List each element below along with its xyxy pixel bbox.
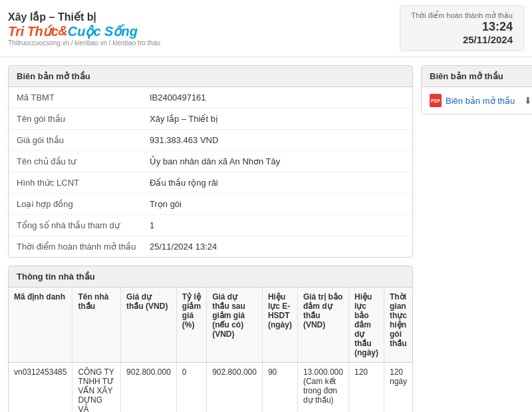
table-col-header: Thời gian thực hiện gói thầu bbox=[384, 288, 412, 363]
info-label: Mã TBMT bbox=[17, 93, 150, 103]
info-value: Trọn gói bbox=[150, 199, 182, 209]
completion-date: 25/11/2024 bbox=[411, 34, 513, 45]
thong-tin-section: Thông tin nhà thầu Mã định danhTên nhà t… bbox=[8, 266, 413, 412]
pdf-icon: PDF bbox=[430, 94, 442, 107]
table-cell: 13.000.000 (Cam kết trong đơn dự thầu) bbox=[297, 363, 348, 413]
right-panel: Biên bản mở thầu PDF Biên bản mở thầu ⬇ bbox=[421, 65, 532, 412]
completion-time-box: Thời điểm hoàn thành mở thầu 13:24 25/11… bbox=[400, 5, 524, 51]
table-cell: CÔNG TY TNHH TƯ VẤN XÂY DỰNG VÀ THƯƠNG M… bbox=[72, 363, 121, 413]
thong-tin-section-header: Thông tin nhà thầu bbox=[9, 266, 412, 288]
info-value: IB2400497161 bbox=[150, 93, 206, 103]
download-item[interactable]: PDF Biên bản mở thầu ⬇ bbox=[430, 94, 532, 107]
info-value: Xây lắp – Thiết bị bbox=[150, 114, 218, 124]
logo-brand: Tri Thức & Cuộc Sống bbox=[8, 23, 160, 39]
download-arrow-icon[interactable]: ⬇ bbox=[524, 95, 532, 106]
page-title: Xây lắp – Thiết bị bbox=[8, 11, 96, 23]
completion-time: 13:24 bbox=[411, 20, 513, 34]
info-row: Tên chủ đầu tư Ủy ban nhân dân xã An Nhơ… bbox=[9, 151, 412, 172]
info-row: Tên gói thầu Xây lắp – Thiết bị bbox=[9, 108, 412, 130]
info-value: 25/11/2024 13:24 bbox=[150, 242, 217, 252]
table-col-header: Tên nhà thầu bbox=[72, 288, 121, 363]
info-value: 931.383.463 VND bbox=[150, 135, 218, 145]
table-col-header: Hiệu lực E-HSDT (ngày) bbox=[262, 288, 297, 363]
completion-label: Thời điểm hoàn thành mở thầu bbox=[411, 11, 513, 20]
info-label: Giá gói thầu bbox=[17, 135, 150, 145]
logo-area: Xây lắp – Thiết bị Tri Thức & Cuộc Sống … bbox=[8, 11, 160, 47]
table-body: vn0312453485CÔNG TY TNHH TƯ VẤN XÂY DỰNG… bbox=[9, 363, 412, 413]
logo-title: Xây lắp – Thiết bị bbox=[8, 11, 160, 23]
left-panel: Biên bản mở thầu Mã TBMT IB2400497161 Tê… bbox=[8, 65, 413, 412]
info-label: Tên gói thầu bbox=[17, 114, 150, 124]
table-cell: 0 bbox=[176, 363, 206, 413]
info-label: Tên chủ đầu tư bbox=[17, 156, 150, 166]
table-row: vn0312453485CÔNG TY TNHH TƯ VẤN XÂY DỰNG… bbox=[9, 363, 412, 413]
info-row: Tổng số nhà thầu tham dự 1 bbox=[9, 215, 412, 236]
table-col-header: Tỷ lệ giảm giá (%) bbox=[176, 288, 206, 363]
download-link[interactable]: Biên bản mở thầu bbox=[446, 96, 520, 106]
table-cell: vn0312453485 bbox=[9, 363, 72, 413]
table-cell: 120 bbox=[348, 363, 384, 413]
info-row: Giá gói thầu 931.383.463 VND bbox=[9, 130, 412, 151]
info-row: Loại hợp đồng Trọn gói bbox=[9, 194, 412, 215]
info-value: 1 bbox=[150, 220, 154, 230]
nha-thau-table: Mã định danhTên nhà thầuGiá dự thầu (VND… bbox=[9, 288, 412, 412]
logo-ampersand: & bbox=[58, 23, 67, 39]
logo-tri-thuc: Tri Thức bbox=[8, 23, 58, 39]
table-col-header: Giá dự thầu (VND) bbox=[121, 288, 177, 363]
right-section-header: Biên bản mở thầu bbox=[422, 66, 532, 87]
main-content: Biên bản mở thầu Mã TBMT IB2400497161 Tê… bbox=[0, 57, 532, 412]
info-value: Đấu thầu rộng rãi bbox=[150, 178, 218, 188]
table-cell: 902.800.000 bbox=[121, 363, 177, 413]
info-row: Hình thức LCNT Đấu thầu rộng rãi bbox=[9, 172, 412, 194]
info-row: Thời điểm hoàn thành mở thầu 25/11/2024 … bbox=[9, 236, 412, 257]
table-cell: 902.800.000 bbox=[207, 363, 263, 413]
thong-tin-table-wrapper: Mã định danhTên nhà thầuGiá dự thầu (VND… bbox=[9, 288, 412, 412]
table-header: Mã định danhTên nhà thầuGiá dự thầu (VND… bbox=[9, 288, 412, 363]
table-col-header: Giá dự thầu sau giảm giá (nếu có) (VND) bbox=[207, 288, 263, 363]
table-cell: 120 ngày bbox=[384, 363, 412, 413]
page-header: Xây lắp – Thiết bị Tri Thức & Cuộc Sống … bbox=[0, 0, 532, 57]
table-cell: 90 bbox=[262, 363, 297, 413]
logo-subtitle: Thitruoccuocsong.vn / kienbao.vn / kienb… bbox=[8, 39, 160, 47]
bien-ban-section: Biên bản mở thầu Mã TBMT IB2400497161 Tê… bbox=[8, 65, 413, 258]
info-label: Hình thức LCNT bbox=[17, 178, 150, 188]
logo-cuoc-song: Cuộc Sống bbox=[68, 23, 138, 39]
bien-ban-section-header: Biên bản mở thầu bbox=[9, 66, 412, 87]
table-col-header: Hiệu lực bảo đảm dự thầu (ngày) bbox=[348, 288, 384, 363]
info-label: Loại hợp đồng bbox=[17, 199, 150, 209]
bien-ban-section-body: Mã TBMT IB2400497161 Tên gói thầu Xây lắ… bbox=[9, 87, 412, 257]
info-value: Ủy ban nhân dân xã An Nhơn Tây bbox=[150, 156, 280, 166]
info-label: Thời điểm hoàn thành mở thầu bbox=[17, 242, 150, 252]
table-col-header: Giá trị bảo đảm dự thầu (VND) bbox=[297, 288, 348, 363]
right-section-box: Biên bản mở thầu PDF Biên bản mở thầu ⬇ bbox=[421, 65, 532, 114]
right-section-body: PDF Biên bản mở thầu ⬇ bbox=[422, 87, 532, 114]
table-col-header: Mã định danh bbox=[9, 288, 72, 363]
info-label: Tổng số nhà thầu tham dự bbox=[17, 220, 150, 230]
info-row: Mã TBMT IB2400497161 bbox=[9, 87, 412, 108]
table-header-row: Mã định danhTên nhà thầuGiá dự thầu (VND… bbox=[9, 288, 412, 363]
